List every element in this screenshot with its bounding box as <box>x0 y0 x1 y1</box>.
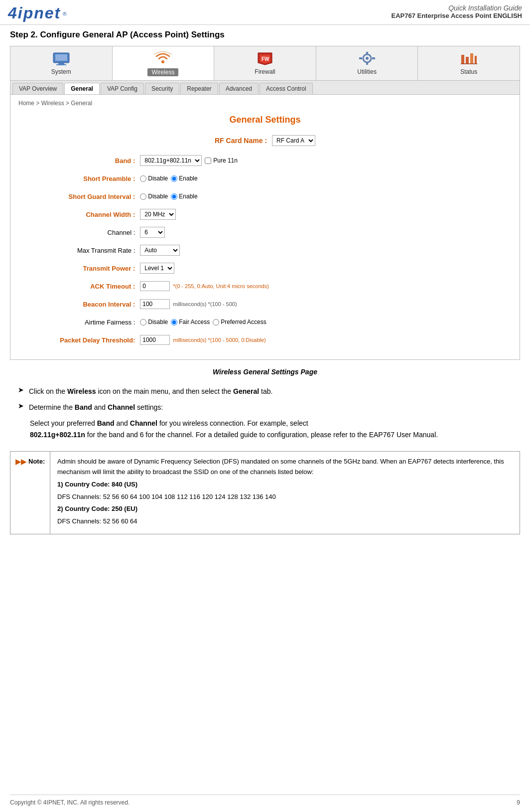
tab-security[interactable]: Security <box>145 83 179 94</box>
rf-card-select[interactable]: RF Card A RF Card B <box>272 135 315 146</box>
short-guard-disable-radio[interactable] <box>140 193 146 200</box>
airtime-preferred-radio[interactable] <box>213 319 219 325</box>
note-label-col: ▶▶ Note: <box>10 452 50 534</box>
logo-area: 4ipnet ® <box>8 4 67 22</box>
note-intro: Admin should be aware of Dynamic Frequen… <box>57 457 513 478</box>
nav-item-utilities[interactable]: Utilities <box>316 46 418 80</box>
short-preamble-enable-radio[interactable] <box>171 175 177 182</box>
tx-power-select[interactable]: Level 1 Level 2 Level 3 Level 4 Level 5 <box>140 263 174 274</box>
copyright-text: Copyright © 4IPNET, INC. All rights rese… <box>10 799 130 806</box>
note-country2-channels: DFS Channels: 52 56 60 64 <box>57 516 513 527</box>
system-icon <box>52 50 70 66</box>
tab-repeater[interactable]: Repeater <box>180 83 218 94</box>
channel-width-row: Channel Width : 20 MHz 40 MHz <box>55 208 475 221</box>
nav-item-wireless-label: Wireless <box>147 68 178 76</box>
tab-general[interactable]: General <box>64 83 100 94</box>
short-preamble-enable-label[interactable]: Enable <box>171 175 197 182</box>
logo-box: 4ipnet ® <box>8 4 67 22</box>
short-preamble-value: Disable Enable <box>140 175 197 182</box>
svg-rect-13 <box>466 57 469 64</box>
note-arrow-icon: ▶▶ <box>15 458 26 466</box>
beacon-interval-row: Beacon Interval : millisecond(s) *(100 -… <box>55 298 475 311</box>
indent-text-1: Select your preferred Band and Channel f… <box>10 418 520 430</box>
nav-item-firewall[interactable]: FW Firewall <box>214 46 316 80</box>
note-country1-channels: DFS Channels: 52 56 60 64 100 104 108 11… <box>57 492 513 502</box>
short-guard-enable-label[interactable]: Enable <box>171 193 197 200</box>
tab-vap-config[interactable]: VAP Config <box>101 83 144 94</box>
bullet-item-2: ➤ Determine the Band and Channel setting… <box>10 402 520 414</box>
airtime-fair-label[interactable]: Fair Access <box>171 319 210 325</box>
band-select[interactable]: 802.11g+802.11n 802.11b 802.11g 802.11n <box>140 155 202 166</box>
airtime-label: Airtime Fairness : <box>55 319 140 326</box>
airtime-fair-radio[interactable] <box>171 319 177 325</box>
ack-timeout-row: ACK Timeout : *(0 - 255, 0:Auto, Unit:4 … <box>55 280 475 293</box>
short-guard-value: Disable Enable <box>140 193 197 200</box>
beacon-interval-label: Beacon Interval : <box>55 301 140 308</box>
ack-timeout-input[interactable] <box>140 281 170 291</box>
airtime-disable-radio[interactable] <box>140 319 146 325</box>
svg-rect-2 <box>58 63 64 64</box>
settings-table: Band : 802.11g+802.11n 802.11b 802.11g 8… <box>55 154 475 346</box>
tab-vap-overview[interactable]: VAP Overview <box>12 83 63 94</box>
beacon-interval-input[interactable] <box>140 299 170 309</box>
short-preamble-disable-radio[interactable] <box>140 175 146 182</box>
short-preamble-label: Short Preamble : <box>55 175 140 182</box>
short-guard-disable-label[interactable]: Disable <box>140 193 168 200</box>
tab-advanced[interactable]: Advanced <box>219 83 259 94</box>
beacon-interval-value: millisecond(s) *(100 - 500) <box>140 299 237 309</box>
tx-power-label: Transmit Power : <box>55 265 140 272</box>
svg-rect-11 <box>372 57 375 59</box>
svg-text:FW: FW <box>262 56 269 62</box>
ack-timeout-value: *(0 - 255, 0:Auto, Unit:4 micro seconds) <box>140 281 269 291</box>
channel-width-select[interactable]: 20 MHz 40 MHz <box>140 209 176 220</box>
airtime-preferred-label[interactable]: Preferred Access <box>213 319 266 325</box>
svg-point-7 <box>366 57 369 60</box>
firewall-icon: FW <box>256 50 274 66</box>
bullet-text-2: Determine the Band and Channel settings: <box>29 402 163 414</box>
logo-registered: ® <box>63 11 67 17</box>
step-heading: Step 2. Configure General AP (Access Poi… <box>10 30 520 40</box>
quick-install-label: Quick Installation Guide <box>391 4 522 12</box>
tab-access-control[interactable]: Access Control <box>260 83 313 94</box>
pure-11n-checkbox-label[interactable]: Pure 11n <box>205 157 238 164</box>
nav-item-wireless[interactable]: Wireless <box>113 46 215 80</box>
rf-card-row: RF Card Name : RF Card A RF Card B <box>18 135 512 146</box>
band-value: 802.11g+802.11n 802.11b 802.11g 802.11n … <box>140 155 238 166</box>
note-country2: 2) Country Code: 250 (EU) <box>57 504 513 514</box>
nav-item-status[interactable]: Status <box>418 46 520 80</box>
note-content: Admin should be aware of Dynamic Frequen… <box>50 452 520 534</box>
channel-select[interactable]: 6 12345 7891011 <box>140 227 165 238</box>
header-right: Quick Installation Guide EAP767 Enterpri… <box>391 4 522 19</box>
nav-item-firewall-label: Firewall <box>255 68 275 75</box>
note-country1: 1) Country Code: 840 (US) <box>57 480 513 490</box>
pure-11n-checkbox[interactable] <box>205 158 211 164</box>
pure-11n-label: Pure 11n <box>213 157 238 164</box>
bullet-arrow-1: ➤ <box>18 386 24 394</box>
wireless-icon <box>154 50 172 66</box>
max-tx-rate-select[interactable]: Auto <box>140 245 180 256</box>
short-preamble-disable-label[interactable]: Disable <box>140 175 168 182</box>
note-box: ▶▶ Note: Admin should be aware of Dynami… <box>10 451 520 534</box>
bullet-text-1: Click on the Wireless icon on the main m… <box>29 386 272 398</box>
packet-delay-label: Packet Delay Threshold: <box>55 336 140 344</box>
rf-card-label: RF Card Name : <box>215 137 267 145</box>
nav-item-status-label: Status <box>460 68 477 75</box>
packet-delay-input[interactable] <box>140 335 170 345</box>
bullet-arrow-2: ➤ <box>18 402 24 410</box>
utilities-icon <box>358 50 376 66</box>
nav-item-system[interactable]: System <box>10 46 113 80</box>
status-icon <box>460 50 478 66</box>
sub-tabs: VAP Overview General VAP Config Security… <box>10 81 520 95</box>
svg-rect-3 <box>56 64 66 65</box>
svg-rect-9 <box>366 62 368 65</box>
channel-label: Channel : <box>55 229 140 236</box>
svg-point-4 <box>161 60 164 63</box>
model-label: EAP767 Enterprise Access Point ENGLISH <box>391 12 522 19</box>
nav-icons-bar: System Wireless FW Firewal <box>10 46 520 81</box>
packet-delay-row: Packet Delay Threshold: millisecond(s) *… <box>55 333 475 346</box>
packet-delay-hint: millisecond(s) *(100 - 5000, 0:Disable) <box>173 337 265 343</box>
airtime-disable-label[interactable]: Disable <box>140 319 168 325</box>
short-guard-enable-radio[interactable] <box>171 193 177 200</box>
header: 4ipnet ® Quick Installation Guide EAP767… <box>0 0 530 25</box>
note-label: Note: <box>28 458 45 465</box>
